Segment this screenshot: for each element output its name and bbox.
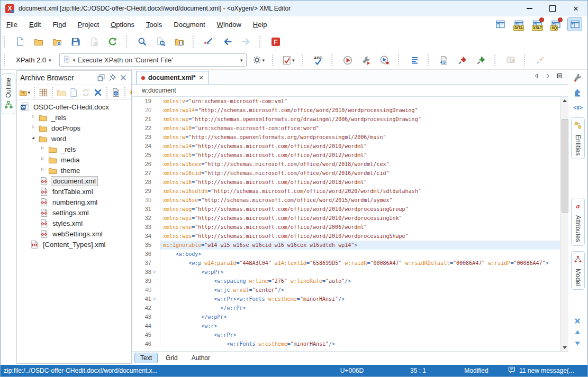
code-line-25[interactable]: 25xmlns:w15="http://schemas.microsoft.co…: [132, 151, 560, 160]
code-line-34[interactable]: 34xmlns:wps="http://schemas.microsoft.co…: [132, 232, 560, 241]
xpath-expression-combo[interactable]: ▾ Execute XPath on 'Current File' ▾: [59, 53, 247, 67]
apply-transformation-button[interactable]: [341, 54, 354, 67]
mode-tab-grid[interactable]: Grid: [160, 353, 184, 363]
plugin-icon[interactable]: [571, 86, 585, 99]
tab-attributes[interactable]: aAttributes: [571, 198, 585, 246]
code-line-43[interactable]: 43</w:pPr>: [132, 312, 560, 321]
open-archive-button[interactable]: ▾: [19, 87, 30, 98]
open-button[interactable]: [32, 35, 45, 48]
tree-item-document-xml[interactable]: document.xml: [17, 176, 131, 186]
find-resource-button[interactable]: [173, 35, 186, 48]
status-messages[interactable]: 11 new message(...: [508, 366, 587, 376]
scroll-tabs-right-icon[interactable]: [545, 73, 553, 82]
code-editor[interactable]: 19xmlns:v="urn:schemas-microsoft-com:vml…: [132, 97, 560, 351]
tab-model[interactable]: Model: [571, 251, 585, 290]
last-modification-button[interactable]: *: [203, 35, 215, 48]
tree-item-word[interactable]: word: [17, 133, 131, 144]
close-button[interactable]: ✕: [564, 1, 587, 16]
tree-item--content-types-xml[interactable]: [Content_Types].xml: [17, 239, 131, 250]
chevron-down-icon[interactable]: ▾: [28, 90, 30, 95]
tree-item-docprops[interactable]: docProps: [17, 123, 131, 133]
code-line-27[interactable]: 27xmlns:w16cid="http://schemas.microsoft…: [132, 169, 560, 178]
tree-item--rels[interactable]: _rels: [17, 144, 131, 154]
database-perspective-icon[interactable]: [567, 17, 582, 31]
breadcrumb-element[interactable]: w:document: [142, 87, 176, 94]
float-panel-icon[interactable]: [96, 73, 106, 82]
next-highlight-icon[interactable]: [574, 341, 582, 350]
scrollbar-thumb[interactable]: [562, 119, 568, 213]
transformation-scenarios-icon[interactable]: [571, 71, 585, 84]
tree-item-theme[interactable]: theme: [17, 165, 131, 176]
previous-highlight-icon[interactable]: [574, 329, 582, 339]
menu-window[interactable]: Window: [211, 19, 247, 31]
tree-item--rels[interactable]: _rels: [17, 112, 131, 123]
new-button[interactable]: [14, 35, 26, 48]
code-line-24[interactable]: 24xmlns:w14="http://schemas.microsoft.co…: [132, 142, 560, 151]
delete-from-archive-button[interactable]: [93, 87, 103, 98]
code-line-46[interactable]: 46<w:rFonts w:cstheme="minorHAnsi"/>: [132, 339, 560, 348]
back-button[interactable]: [221, 35, 234, 48]
xml-tools-icon[interactable]: <x>: [571, 101, 585, 114]
code-line-45[interactable]: 45<w:rPr>: [132, 330, 560, 339]
validate-button[interactable]: ▾: [282, 54, 295, 67]
archive-structure-button[interactable]: [39, 87, 48, 98]
menu-edit[interactable]: Edit: [23, 19, 47, 31]
indent-button[interactable]: [408, 54, 421, 67]
open-in-system-browser-button[interactable]: [111, 87, 121, 98]
code-line-32[interactable]: 32xmlns:wpi="http://schemas.microsoft.co…: [132, 214, 560, 223]
menu-find[interactable]: Find: [47, 19, 71, 31]
xpath-settings-button[interactable]: ▾: [252, 54, 265, 67]
xquery-debugger-perspective-icon[interactable]: XQ: [549, 18, 563, 31]
tab-entities[interactable]: Entities: [571, 117, 585, 159]
tree-item-websettings-xml[interactable]: webSettings.xml: [17, 228, 131, 239]
chevron-collapsed-icon[interactable]: [39, 146, 48, 152]
chevron-collapsed-icon[interactable]: [39, 167, 48, 173]
menu-document[interactable]: Document: [168, 19, 211, 31]
code-line-21[interactable]: 21xmlns:wp="http://schemas.openxmlformat…: [132, 115, 560, 124]
code-line-28[interactable]: 28xmlns:w16="http://schemas.microsoft.co…: [132, 178, 560, 187]
tab-outline[interactable]: Outline: [2, 73, 15, 114]
format-f-button[interactable]: F: [269, 35, 282, 48]
tree-item-fonttable-xml[interactable]: fontTable.xml: [17, 186, 131, 197]
open-url-button[interactable]: [51, 35, 64, 48]
chevron-down-icon[interactable]: ▾: [240, 58, 243, 63]
clear-highlights-icon[interactable]: [574, 317, 582, 328]
code-line-37[interactable]: 37<w:p w14:paraId="44BA3C04" w14:textId=…: [132, 259, 560, 268]
debug-transformation-button[interactable]: [378, 54, 391, 67]
chevron-expanded-icon[interactable]: [30, 135, 38, 142]
menu-project[interactable]: Project: [72, 19, 105, 31]
chevron-collapsed-icon[interactable]: [39, 157, 48, 163]
scroll-down-icon[interactable]: [560, 344, 568, 351]
tree-item-styles-xml[interactable]: styles.xml: [17, 218, 131, 228]
code-line-23[interactable]: 23xmlns:w="http://schemas.openxmlformats…: [132, 133, 560, 142]
configure-transformation-button[interactable]: [360, 54, 373, 67]
code-line-31[interactable]: 31xmlns:wpg="http://schemas.microsoft.co…: [132, 205, 560, 214]
find-replace-button[interactable]: [136, 35, 149, 48]
tree-item-osdc-offer-chedit-docx[interactable]: WOSDC-offer-CHedit.docx: [17, 102, 131, 112]
chevron-collapsed-icon[interactable]: [30, 125, 38, 131]
code-line-36[interactable]: 36<w:body>: [132, 250, 560, 259]
reload-button[interactable]: [106, 35, 119, 48]
code-line-29[interactable]: 29xmlns:w16sdtdh="http://schemas.microso…: [132, 187, 560, 196]
code-line-44[interactable]: 44<w:r>: [132, 321, 560, 330]
fold-toggle-icon[interactable]: ▽: [153, 295, 160, 304]
find-in-files-button[interactable]: [155, 35, 167, 48]
dita-perspective-icon[interactable]: DITA: [512, 18, 526, 31]
close-tab-icon[interactable]: ✕: [199, 75, 204, 81]
code-line-26[interactable]: 26xmlns:w16cex="http://schemas.microsoft…: [132, 160, 560, 169]
code-line-20[interactable]: 20xmlns:wp14="http://schemas.microsoft.c…: [132, 106, 560, 115]
xpath-version-select[interactable]: XPath 2.0 ▾: [14, 54, 53, 66]
chevron-collapsed-icon[interactable]: [30, 114, 38, 121]
code-line-42[interactable]: 42</w:rPr>: [132, 304, 560, 312]
pin-red-button[interactable]: [456, 54, 469, 67]
menu-file[interactable]: File: [1, 19, 23, 31]
menu-tools[interactable]: Tools: [140, 19, 168, 31]
tree-item-settings-xml[interactable]: settings.xml: [17, 207, 131, 218]
code-line-33[interactable]: 33xmlns:wne="http://schemas.microsoft.co…: [132, 223, 560, 232]
editor-scrollbar[interactable]: [560, 97, 568, 351]
editor-perspective-icon[interactable]: [493, 18, 507, 31]
format-indent-file-button[interactable]: [438, 54, 450, 67]
maximize-button[interactable]: [541, 1, 564, 16]
code-line-19[interactable]: 19xmlns:v="urn:schemas-microsoft-com:vml…: [132, 97, 560, 106]
code-line-39[interactable]: 39<w:spacing w:line="276" w:lineRule="au…: [132, 277, 560, 286]
